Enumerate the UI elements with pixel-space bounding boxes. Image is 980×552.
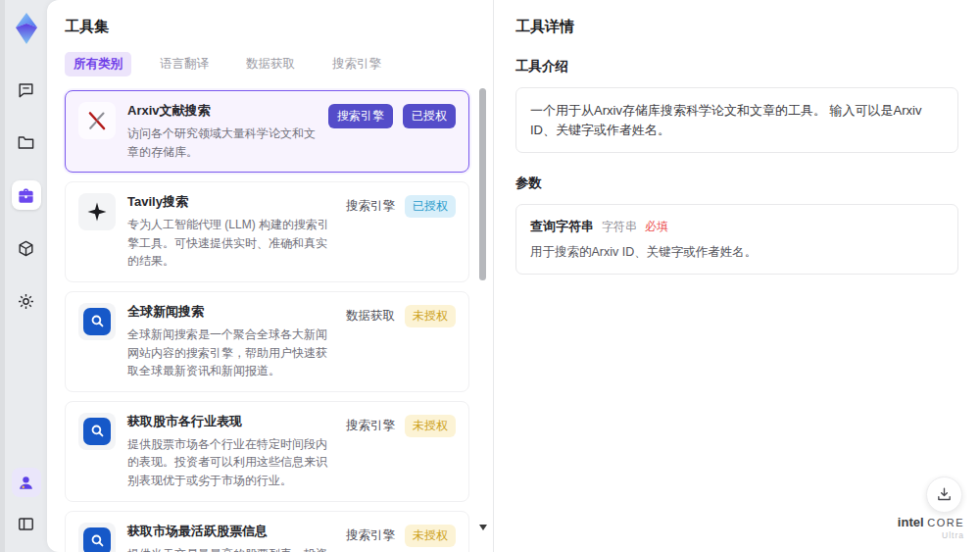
main-panel: 工具集 所有类别语言翻译数据获取搜索引擎 Arxiv文献搜索 访问各个研究领域大… bbox=[47, 0, 980, 552]
tool-category: 数据获取 bbox=[346, 308, 395, 325]
sidebar-nav bbox=[12, 75, 41, 316]
tool-name: 获取市场最活跃股票信息 bbox=[127, 523, 334, 540]
tool-auth-badge: 未授权 bbox=[405, 305, 456, 327]
tool-name: Arxiv文献搜索 bbox=[127, 102, 317, 120]
tool-name: 全球新闻搜索 bbox=[127, 303, 334, 321]
sparkle-icon bbox=[78, 193, 116, 230]
intro-box: 一个用于从Arxiv存储库搜索科学论文和文章的工具。 输入可以是Arxiv ID… bbox=[515, 87, 958, 153]
tool-category: 搜索引擎 bbox=[328, 104, 393, 128]
tool-category: 搜索引擎 bbox=[346, 418, 395, 434]
tool-list-item[interactable]: Arxiv文献搜索 访问各个研究领域大量科学论文和文章的存储库。 搜索引擎 已授… bbox=[65, 90, 469, 173]
intro-heading: 工具介绍 bbox=[515, 58, 958, 75]
tab-2[interactable]: 数据获取 bbox=[237, 52, 304, 76]
intel-text: intel bbox=[898, 515, 924, 529]
briefcase-icon[interactable] bbox=[12, 180, 41, 210]
tool-list-item[interactable]: Tavily搜索 专为人工智能代理 (LLM) 构建的搜索引擎工具。可快速提供实… bbox=[65, 181, 469, 282]
tool-auth-badge: 未授权 bbox=[405, 415, 456, 437]
tool-auth-badge: 未授权 bbox=[405, 525, 456, 547]
tab-3[interactable]: 搜索引擎 bbox=[323, 52, 390, 76]
params-heading: 参数 bbox=[515, 175, 958, 192]
intel-core-logo: intel core Ultra bbox=[898, 516, 964, 540]
scrollbar[interactable] bbox=[479, 84, 486, 544]
tool-list: Arxiv文献搜索 访问各个研究领域大量科学论文和文章的存储库。 搜索引擎 已授… bbox=[65, 90, 469, 552]
tool-category: 搜索引擎 bbox=[346, 198, 395, 215]
tool-desc: 访问各个研究领域大量科学论文和文章的存储库。 bbox=[127, 125, 317, 161]
tool-list-item[interactable]: 获取市场最活跃股票信息 提供当天交易量最高的股票列表，投资者可以利用这些信息来识… bbox=[65, 511, 469, 552]
download-button[interactable] bbox=[926, 477, 962, 513]
param-box: 查询字符串 字符串 必填 用于搜索的Arxiv ID、关键字或作者姓名。 bbox=[515, 204, 958, 275]
panel-toggle-icon[interactable] bbox=[12, 509, 41, 538]
ultra-text: Ultra bbox=[898, 531, 964, 540]
search-blue-icon bbox=[78, 523, 116, 552]
scrollbar-thumb[interactable] bbox=[479, 88, 486, 280]
tool-detail-panel: 工具详情 工具介绍 一个用于从Arxiv存储库搜索科学论文和文章的工具。 输入可… bbox=[494, 0, 980, 552]
app-logo[interactable] bbox=[12, 12, 41, 45]
category-tabs: 所有类别语言翻译数据获取搜索引擎 bbox=[65, 52, 469, 76]
param-desc: 用于搜索的Arxiv ID、关键字或作者姓名。 bbox=[530, 244, 944, 261]
param-type: 字符串 bbox=[602, 219, 637, 235]
param-required-flag: 必填 bbox=[645, 219, 668, 235]
tool-name: 获取股市各行业表现 bbox=[127, 413, 334, 430]
sidebar-bottom bbox=[12, 468, 41, 538]
search-blue-icon bbox=[78, 303, 116, 340]
tool-list-item[interactable]: 全球新闻搜索 全球新闻搜索是一个聚合全球各大新闻网站内容的搜索引擎，帮助用户快速… bbox=[65, 291, 469, 392]
tool-list-panel: 工具集 所有类别语言翻译数据获取搜索引擎 Arxiv文献搜索 访问各个研究领域大… bbox=[47, 0, 493, 552]
chat-icon[interactable] bbox=[12, 75, 41, 104]
user-icon[interactable] bbox=[12, 468, 41, 497]
detail-title: 工具详情 bbox=[515, 18, 958, 36]
tab-0[interactable]: 所有类别 bbox=[65, 52, 131, 76]
search-blue-icon bbox=[78, 413, 116, 450]
core-text: core bbox=[927, 517, 964, 528]
tool-desc: 专为人工智能代理 (LLM) 构建的搜索引擎工具。可快速提供实时、准确和真实的结… bbox=[127, 216, 334, 271]
arxiv-icon bbox=[78, 102, 116, 139]
param-name: 查询字符串 bbox=[530, 218, 594, 235]
tool-name: Tavily搜索 bbox=[127, 193, 334, 211]
tool-list-item[interactable]: 获取股市各行业表现 提供股票市场各个行业在特定时间段内的表现。投资者可以利用这些… bbox=[65, 401, 469, 502]
package-icon[interactable] bbox=[12, 233, 41, 263]
tool-desc: 全球新闻搜索是一个聚合全球各大新闻网站内容的搜索引擎，帮助用户快速获取全球最新资… bbox=[127, 326, 334, 380]
sidebar bbox=[5, 0, 47, 552]
tab-1[interactable]: 语言翻译 bbox=[151, 52, 218, 76]
tool-auth-badge: 已授权 bbox=[405, 195, 456, 218]
page-title: 工具集 bbox=[65, 18, 469, 36]
folder-icon[interactable] bbox=[12, 127, 41, 157]
gear-icon[interactable] bbox=[12, 286, 41, 316]
tool-desc: 提供股票市场各个行业在特定时间段内的表现。投资者可以利用这些信息来识别表现优于或… bbox=[127, 435, 334, 490]
tool-category: 搜索引擎 bbox=[346, 527, 395, 544]
scroll-down-arrow[interactable] bbox=[479, 525, 487, 530]
tool-auth-badge: 已授权 bbox=[403, 104, 456, 128]
tool-desc: 提供当天交易量最高的股票列表，投资者可以利用这些信息来识别流动性强的股票和潜在的… bbox=[127, 545, 334, 552]
